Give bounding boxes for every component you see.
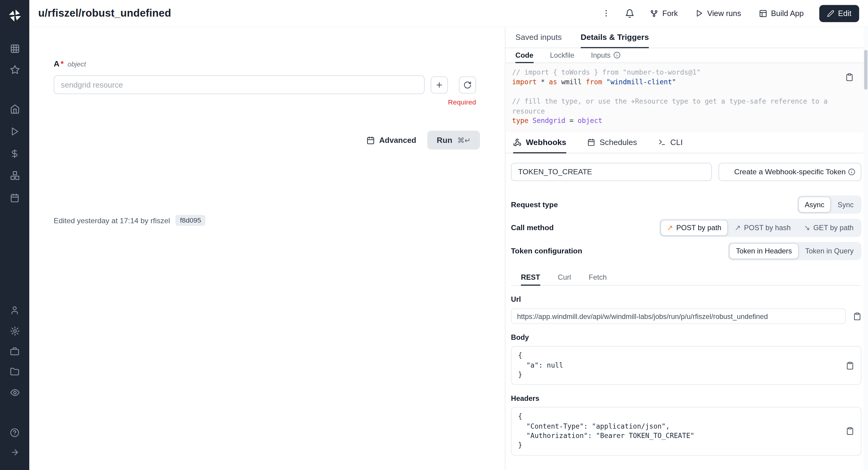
sidebar-item-resources[interactable] (0, 164, 29, 186)
code-tabbar: Code Lockfile Inputs (505, 48, 868, 63)
windmill-logo-icon (7, 8, 22, 23)
run-label: Run (437, 136, 453, 145)
token-input[interactable] (511, 163, 712, 181)
header-actions: Fork View runs Build App Edit (598, 5, 859, 22)
sidebar (0, 0, 29, 470)
folder-icon (10, 367, 19, 376)
sidebar-item-settings[interactable] (0, 320, 29, 341)
page-title: u/rfiszel/robust_undefined (38, 7, 171, 19)
sidebar-item-variables[interactable] (0, 142, 29, 164)
refresh-button[interactable] (459, 76, 476, 93)
call-method-post-by-hash-option[interactable]: ↗POST by hash (728, 220, 798, 236)
argument-name: A (54, 59, 60, 68)
tab-webhooks[interactable]: Webhooks (513, 133, 566, 154)
sidebar-item-runs[interactable] (0, 120, 29, 142)
tab-schedules[interactable]: Schedules (587, 133, 637, 154)
build-app-button[interactable]: Build App (753, 5, 809, 21)
sidebar-item-favorites[interactable] (0, 59, 29, 80)
view-runs-label: View runs (707, 9, 741, 18)
tab-inputs[interactable]: Inputs (591, 48, 621, 63)
post-by-hash-label: POST by hash (744, 223, 791, 232)
kebab-icon (602, 9, 611, 18)
tab-code[interactable]: Code (515, 48, 533, 63)
build-app-label: Build App (771, 9, 804, 18)
scrollbar[interactable] (864, 27, 868, 470)
code-preview: // import { toWords } from "number-to-wo… (505, 63, 868, 133)
version-hash-badge[interactable]: f8d095 (176, 215, 205, 226)
run-button[interactable]: Run⌘↵ (427, 131, 480, 150)
tab-saved-inputs[interactable]: Saved inputs (515, 27, 562, 48)
calendar-icon (10, 193, 19, 202)
call-method-get-by-path-option[interactable]: ↘GET by path (797, 220, 860, 236)
scrollbar-thumb[interactable] (864, 50, 867, 90)
header: u/rfiszel/robust_undefined Fork View run… (29, 0, 868, 27)
terminal-icon (658, 139, 666, 147)
create-token-label: Create a Webhook-specific Token (734, 168, 846, 176)
sidebar-item-home[interactable] (0, 98, 29, 120)
tab-cli[interactable]: CLI (658, 133, 683, 154)
sidebar-footer-group (0, 422, 29, 463)
token-configuration-label: Token configuration (511, 247, 582, 255)
plus-icon (435, 81, 443, 89)
request-type-label: Request type (511, 200, 558, 209)
copy-headers-button[interactable] (846, 427, 854, 435)
details-tabbar: Saved inputs Details & Triggers (505, 27, 868, 48)
star-icon (10, 65, 20, 74)
sidebar-item-help[interactable] (0, 422, 29, 442)
gear-icon (10, 326, 20, 336)
tab-rest[interactable]: REST (521, 270, 540, 286)
help-icon (10, 428, 19, 437)
arrow-up-right-icon: ↗ (735, 223, 741, 232)
sidebar-item-schedules[interactable] (0, 187, 29, 209)
tab-curl[interactable]: Curl (558, 270, 571, 286)
argument-input[interactable] (54, 75, 425, 94)
arrow-up-right-icon: ↗ (667, 223, 673, 232)
play-icon (10, 127, 19, 136)
tab-details-triggers[interactable]: Details & Triggers (581, 27, 649, 48)
eye-icon (10, 387, 20, 397)
sidebar-item-apps[interactable] (0, 38, 29, 59)
clipboard-icon (846, 427, 854, 435)
call-method-post-by-path-option[interactable]: ↗POST by path (660, 220, 728, 236)
home-icon (10, 104, 20, 114)
request-type-async-option[interactable]: Async (798, 197, 831, 213)
notifications-button[interactable] (621, 5, 638, 22)
body-snippet: { "a": null } (511, 346, 861, 385)
copy-body-button[interactable] (846, 362, 854, 370)
tab-lockfile[interactable]: Lockfile (550, 48, 575, 63)
webhook-url-field[interactable] (511, 309, 846, 324)
calendar-icon (587, 139, 595, 147)
edit-button[interactable]: Edit (819, 5, 859, 22)
sidebar-item-folders[interactable] (0, 362, 29, 382)
arrow-right-icon (10, 448, 19, 457)
info-icon (848, 168, 855, 176)
url-label: Url (511, 295, 861, 304)
sidebar-main-group (0, 98, 29, 209)
copy-url-button[interactable] (853, 312, 861, 320)
sidebar-admin-group (0, 300, 29, 402)
token-in-headers-option[interactable]: Token in Headers (730, 243, 799, 259)
sidebar-item-audit-logs[interactable] (0, 382, 29, 403)
view-runs-button[interactable]: View runs (690, 5, 747, 21)
post-by-path-label: POST by path (676, 223, 721, 232)
clipboard-icon (853, 312, 861, 320)
fork-button[interactable]: Fork (645, 5, 683, 21)
sidebar-item-users[interactable] (0, 300, 29, 320)
inputs-label: Inputs (591, 51, 611, 59)
request-type-sync-option[interactable]: Sync (831, 197, 860, 213)
sidebar-item-logo[interactable] (7, 7, 22, 24)
create-webhook-token-button[interactable]: Create a Webhook-specific Token (718, 163, 861, 181)
copy-code-button[interactable] (845, 73, 854, 81)
token-in-query-option[interactable]: Token in Query (799, 243, 860, 259)
kebab-menu-button[interactable] (598, 5, 615, 22)
sidebar-item-workers[interactable] (0, 341, 29, 362)
arrow-down-right-icon: ↘ (804, 223, 810, 232)
tab-fetch[interactable]: Fetch (589, 270, 607, 286)
body-code: { "a": null } (518, 351, 839, 380)
add-resource-button[interactable] (431, 76, 448, 93)
advanced-button[interactable]: Advanced (366, 136, 416, 145)
sidebar-item-expand[interactable] (0, 442, 29, 462)
token-configuration-toggle: Token in Headers Token in Query (728, 242, 861, 260)
headers-snippet: { "Content-Type": "application/json", "A… (511, 407, 861, 456)
required-asterisk: * (61, 59, 64, 68)
